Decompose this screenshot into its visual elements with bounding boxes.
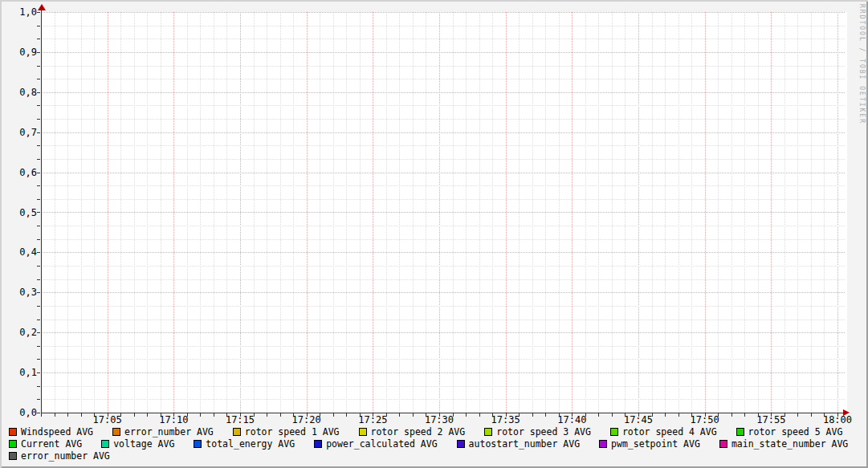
legend-item: rotor speed 4 AVG [610, 426, 717, 437]
x-tick-label: 17:15 [222, 415, 258, 425]
y-tick-label: 0,4 [5, 247, 37, 257]
y-tick-label: 0,0 [5, 408, 37, 417]
x-tick-label: 17:50 [687, 415, 723, 425]
legend-item: rotor speed 5 AVG [736, 426, 843, 437]
legend-color-swatch [719, 440, 727, 448]
legend-color-swatch [101, 440, 109, 448]
legend-color-swatch [9, 428, 17, 436]
x-tick-label: 17:30 [422, 415, 457, 425]
gridline-horizontal [41, 159, 845, 160]
legend-label: power_calculated AVG [326, 438, 437, 450]
gridline-horizontal [41, 173, 845, 173]
x-tick-label: 17:35 [488, 415, 524, 425]
gridline-horizontal [41, 306, 845, 307]
x-tick-label: 17:55 [753, 415, 789, 425]
legend-label: Windspeed AVG [21, 426, 93, 437]
gridline-horizontal [41, 386, 845, 387]
legend-item: Windspeed AVG [9, 426, 93, 437]
legend-label: voltage AVG [113, 438, 174, 450]
y-axis-arrow-icon [38, 4, 46, 10]
legend-item: pwm_setpoint AVG [599, 438, 700, 450]
gridline-horizontal [41, 12, 845, 13]
x-tick-label: 18:00 [820, 415, 855, 425]
legend-color-swatch [736, 428, 744, 436]
legend-color-swatch [9, 452, 17, 460]
x-tick-label: 17:25 [355, 415, 390, 425]
y-tick-label: 0,5 [5, 208, 37, 218]
legend-item: autostart_number AVG [457, 438, 580, 450]
legend-item: voltage AVG [101, 438, 174, 450]
legend-item: rotor speed 2 AVG [359, 426, 466, 437]
legend-item: main_state_number AVG [719, 438, 848, 450]
gridline-horizontal [41, 79, 845, 79]
x-tick-label: 17:05 [90, 415, 125, 425]
legend-item: error_number AVG [9, 450, 110, 462]
gridline-horizontal [41, 212, 845, 213]
gridline-horizontal [41, 39, 845, 39]
legend-label: Current AVG [21, 438, 82, 450]
gridline-horizontal [41, 252, 845, 253]
y-tick-label: 1,0 [5, 7, 37, 17]
y-tick-label: 0,1 [5, 368, 37, 377]
legend-color-swatch [359, 428, 367, 436]
gridline-horizontal [41, 332, 845, 333]
gridline-horizontal [41, 239, 845, 240]
legend-label: error_number AVG [124, 426, 214, 437]
legend-label: total_energy AVG [206, 438, 295, 450]
rrdtool-graph: 1,00,90,80,70,60,50,40,30,20,10,0 17:051… [0, 0, 868, 468]
legend-row: error_number AVG [9, 450, 848, 462]
gridline-horizontal [41, 185, 845, 186]
legend-label: autostart_number AVG [469, 438, 580, 450]
gridline-horizontal [41, 399, 845, 400]
gridline-horizontal [41, 372, 845, 373]
legend-label: rotor speed 4 AVG [622, 426, 717, 437]
y-tick-label: 0,8 [5, 87, 37, 97]
legend-color-swatch [112, 428, 120, 436]
legend-color-swatch [314, 440, 322, 448]
legend-label: error_number AVG [21, 450, 110, 462]
gridline-horizontal [41, 105, 845, 106]
gridline-horizontal [41, 226, 845, 226]
y-axis-line [41, 7, 42, 413]
x-tick-label: 17:10 [156, 415, 191, 425]
gridline-horizontal [41, 319, 845, 320]
gridline-horizontal [41, 292, 845, 293]
legend-label: rotor speed 1 AVG [245, 426, 340, 437]
watermark: RRDTOOL / TOBI OETIKER [858, 4, 866, 124]
legend-label: rotor speed 3 AVG [496, 426, 591, 437]
gridline-horizontal [41, 26, 845, 26]
legend-color-swatch [599, 440, 607, 448]
legend-item: power_calculated AVG [314, 438, 437, 450]
legend-row: Windspeed AVGerror_number AVGrotor speed… [9, 425, 848, 437]
legend-color-swatch [610, 428, 618, 436]
legend-color-swatch [233, 428, 241, 436]
legend-item: total_energy AVG [194, 438, 295, 450]
legend-item: rotor speed 3 AVG [484, 426, 591, 437]
legend: Windspeed AVGerror_number AVGrotor speed… [9, 425, 848, 462]
x-axis-line [41, 413, 844, 413]
legend-row: Current AVGvoltage AVGtotal_energy AVGpo… [9, 437, 848, 450]
legend-color-swatch [484, 428, 492, 436]
y-tick-label: 0,9 [5, 47, 37, 57]
legend-item: error_number AVG [112, 426, 214, 437]
gridline-horizontal [41, 132, 845, 133]
gridline-horizontal [41, 119, 845, 120]
legend-color-swatch [9, 440, 17, 448]
legend-color-swatch [457, 440, 465, 448]
plot-area [41, 12, 847, 413]
gridline-horizontal [41, 199, 845, 200]
gridline-horizontal [41, 92, 845, 93]
gridline-horizontal [41, 346, 845, 347]
legend-label: rotor speed 2 AVG [371, 426, 466, 437]
y-tick-label: 0,2 [5, 328, 37, 337]
legend-item: Current AVG [9, 438, 82, 450]
gridline-horizontal [41, 266, 845, 267]
y-tick-label: 0,7 [5, 128, 37, 137]
legend-color-swatch [194, 440, 202, 448]
legend-item: rotor speed 1 AVG [233, 426, 340, 437]
gridline-horizontal [41, 359, 845, 360]
x-tick-label: 17:20 [289, 415, 324, 425]
legend-label: pwm_setpoint AVG [611, 438, 700, 450]
legend-label: main_state_number AVG [731, 438, 848, 450]
gridline-horizontal [41, 279, 845, 280]
